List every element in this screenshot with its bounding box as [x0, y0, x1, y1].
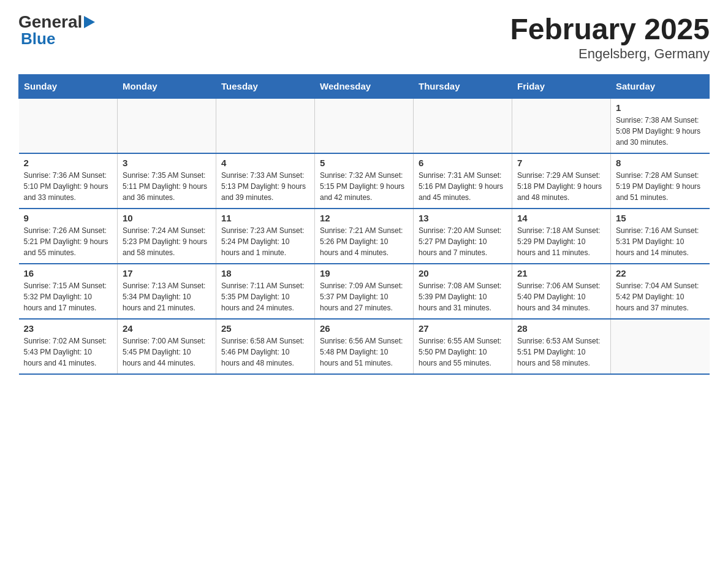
day-info: Sunrise: 7:16 AM Sunset: 5:31 PM Dayligh…: [616, 225, 705, 258]
day-info: Sunrise: 7:15 AM Sunset: 5:32 PM Dayligh…: [24, 280, 113, 313]
calendar-cell: [216, 98, 315, 153]
calendar-cell: 26Sunrise: 6:56 AM Sunset: 5:48 PM Dayli…: [315, 319, 414, 374]
calendar-cell: 6Sunrise: 7:31 AM Sunset: 5:16 PM Daylig…: [414, 153, 512, 209]
day-info: Sunrise: 7:29 AM Sunset: 5:18 PM Dayligh…: [517, 170, 605, 203]
weekday-header-wednesday: Wednesday: [315, 75, 414, 99]
day-info: Sunrise: 6:56 AM Sunset: 5:48 PM Dayligh…: [320, 335, 408, 369]
calendar-cell: [19, 98, 118, 153]
logo-triangle-icon: [84, 16, 95, 28]
day-info: Sunrise: 7:33 AM Sunset: 5:13 PM Dayligh…: [221, 170, 309, 203]
calendar-cell: 18Sunrise: 7:11 AM Sunset: 5:35 PM Dayli…: [216, 264, 315, 319]
day-number: 10: [123, 213, 211, 223]
calendar-cell: 4Sunrise: 7:33 AM Sunset: 5:13 PM Daylig…: [216, 153, 315, 209]
day-number: 21: [517, 268, 605, 278]
calendar-week-2: 2Sunrise: 7:36 AM Sunset: 5:10 PM Daylig…: [19, 153, 710, 209]
day-number: 27: [419, 323, 507, 334]
day-number: 2: [24, 158, 113, 168]
calendar-cell: 17Sunrise: 7:13 AM Sunset: 5:34 PM Dayli…: [118, 264, 216, 319]
calendar-cell: [414, 98, 512, 153]
calendar-cell: 28Sunrise: 6:53 AM Sunset: 5:51 PM Dayli…: [512, 319, 611, 374]
weekday-header-tuesday: Tuesday: [216, 75, 315, 99]
calendar-subtitle: Engelsberg, Germany: [510, 46, 710, 62]
day-number: 28: [517, 323, 605, 334]
calendar-cell: 15Sunrise: 7:16 AM Sunset: 5:31 PM Dayli…: [611, 209, 710, 264]
day-info: Sunrise: 7:20 AM Sunset: 5:27 PM Dayligh…: [419, 225, 507, 258]
day-number: 5: [320, 158, 408, 168]
weekday-header-friday: Friday: [512, 75, 611, 99]
day-info: Sunrise: 7:24 AM Sunset: 5:23 PM Dayligh…: [123, 225, 211, 258]
day-info: Sunrise: 7:35 AM Sunset: 5:11 PM Dayligh…: [123, 170, 211, 203]
calendar-cell: [611, 319, 710, 374]
calendar-cell: [118, 98, 216, 153]
day-info: Sunrise: 7:11 AM Sunset: 5:35 PM Dayligh…: [221, 280, 309, 313]
logo: General Blue: [18, 12, 96, 48]
weekday-header-row: SundayMondayTuesdayWednesdayThursdayFrid…: [19, 75, 710, 99]
weekday-header-monday: Monday: [118, 75, 216, 99]
day-number: 1: [616, 102, 705, 113]
day-info: Sunrise: 7:26 AM Sunset: 5:21 PM Dayligh…: [24, 225, 113, 258]
calendar-cell: 23Sunrise: 7:02 AM Sunset: 5:43 PM Dayli…: [19, 319, 118, 374]
day-info: Sunrise: 7:38 AM Sunset: 5:08 PM Dayligh…: [616, 115, 705, 148]
day-info: Sunrise: 7:36 AM Sunset: 5:10 PM Dayligh…: [24, 170, 113, 203]
calendar-cell: 13Sunrise: 7:20 AM Sunset: 5:27 PM Dayli…: [414, 209, 512, 264]
weekday-header-thursday: Thursday: [414, 75, 512, 99]
day-info: Sunrise: 7:13 AM Sunset: 5:34 PM Dayligh…: [123, 280, 211, 313]
day-number: 11: [221, 213, 309, 223]
day-number: 4: [221, 158, 309, 168]
calendar-cell: 10Sunrise: 7:24 AM Sunset: 5:23 PM Dayli…: [118, 209, 216, 264]
day-info: Sunrise: 7:23 AM Sunset: 5:24 PM Dayligh…: [221, 225, 309, 258]
day-info: Sunrise: 7:32 AM Sunset: 5:15 PM Dayligh…: [320, 170, 408, 203]
day-info: Sunrise: 6:55 AM Sunset: 5:50 PM Dayligh…: [419, 335, 507, 369]
day-number: 13: [419, 213, 507, 223]
calendar-week-5: 23Sunrise: 7:02 AM Sunset: 5:43 PM Dayli…: [19, 319, 710, 374]
weekday-header-sunday: Sunday: [19, 75, 118, 99]
calendar-cell: 7Sunrise: 7:29 AM Sunset: 5:18 PM Daylig…: [512, 153, 611, 209]
day-number: 7: [517, 158, 605, 168]
day-info: Sunrise: 7:21 AM Sunset: 5:26 PM Dayligh…: [320, 225, 408, 258]
day-number: 8: [616, 158, 705, 168]
calendar-cell: 3Sunrise: 7:35 AM Sunset: 5:11 PM Daylig…: [118, 153, 216, 209]
calendar-cell: 21Sunrise: 7:06 AM Sunset: 5:40 PM Dayli…: [512, 264, 611, 319]
day-number: 14: [517, 213, 605, 223]
calendar-cell: 9Sunrise: 7:26 AM Sunset: 5:21 PM Daylig…: [19, 209, 118, 264]
day-info: Sunrise: 7:08 AM Sunset: 5:39 PM Dayligh…: [419, 280, 507, 313]
day-number: 23: [24, 323, 113, 334]
day-info: Sunrise: 7:00 AM Sunset: 5:45 PM Dayligh…: [123, 335, 211, 369]
calendar-table: SundayMondayTuesdayWednesdayThursdayFrid…: [18, 74, 710, 375]
day-number: 9: [24, 213, 113, 223]
calendar-cell: [512, 98, 611, 153]
day-number: 17: [123, 268, 211, 278]
calendar-cell: 8Sunrise: 7:28 AM Sunset: 5:19 PM Daylig…: [611, 153, 710, 209]
day-number: 3: [123, 158, 211, 168]
day-number: 20: [419, 268, 507, 278]
day-info: Sunrise: 6:53 AM Sunset: 5:51 PM Dayligh…: [517, 335, 605, 369]
day-info: Sunrise: 7:02 AM Sunset: 5:43 PM Dayligh…: [24, 335, 113, 369]
calendar-cell: 14Sunrise: 7:18 AM Sunset: 5:29 PM Dayli…: [512, 209, 611, 264]
day-info: Sunrise: 7:28 AM Sunset: 5:19 PM Dayligh…: [616, 170, 705, 203]
calendar-title: February 2025: [510, 12, 710, 46]
calendar-cell: 12Sunrise: 7:21 AM Sunset: 5:26 PM Dayli…: [315, 209, 414, 264]
day-number: 25: [221, 323, 309, 334]
calendar-cell: 22Sunrise: 7:04 AM Sunset: 5:42 PM Dayli…: [611, 264, 710, 319]
calendar-cell: 2Sunrise: 7:36 AM Sunset: 5:10 PM Daylig…: [19, 153, 118, 209]
day-number: 18: [221, 268, 309, 278]
calendar-cell: 11Sunrise: 7:23 AM Sunset: 5:24 PM Dayli…: [216, 209, 315, 264]
day-number: 26: [320, 323, 408, 334]
title-block: February 2025 Engelsberg, Germany: [510, 12, 710, 62]
calendar-cell: [315, 98, 414, 153]
page-header: General Blue February 2025 Engelsberg, G…: [18, 12, 710, 62]
day-info: Sunrise: 7:18 AM Sunset: 5:29 PM Dayligh…: [517, 225, 605, 258]
calendar-cell: 24Sunrise: 7:00 AM Sunset: 5:45 PM Dayli…: [118, 319, 216, 374]
calendar-week-1: 1Sunrise: 7:38 AM Sunset: 5:08 PM Daylig…: [19, 98, 710, 153]
day-info: Sunrise: 7:06 AM Sunset: 5:40 PM Dayligh…: [517, 280, 605, 313]
day-number: 12: [320, 213, 408, 223]
calendar-cell: 1Sunrise: 7:38 AM Sunset: 5:08 PM Daylig…: [611, 98, 710, 153]
weekday-header-saturday: Saturday: [611, 75, 710, 99]
day-number: 22: [616, 268, 705, 278]
day-number: 6: [419, 158, 507, 168]
calendar-cell: 5Sunrise: 7:32 AM Sunset: 5:15 PM Daylig…: [315, 153, 414, 209]
calendar-cell: 16Sunrise: 7:15 AM Sunset: 5:32 PM Dayli…: [19, 264, 118, 319]
day-info: Sunrise: 6:58 AM Sunset: 5:46 PM Dayligh…: [221, 335, 309, 369]
calendar-cell: 27Sunrise: 6:55 AM Sunset: 5:50 PM Dayli…: [414, 319, 512, 374]
calendar-week-4: 16Sunrise: 7:15 AM Sunset: 5:32 PM Dayli…: [19, 264, 710, 319]
